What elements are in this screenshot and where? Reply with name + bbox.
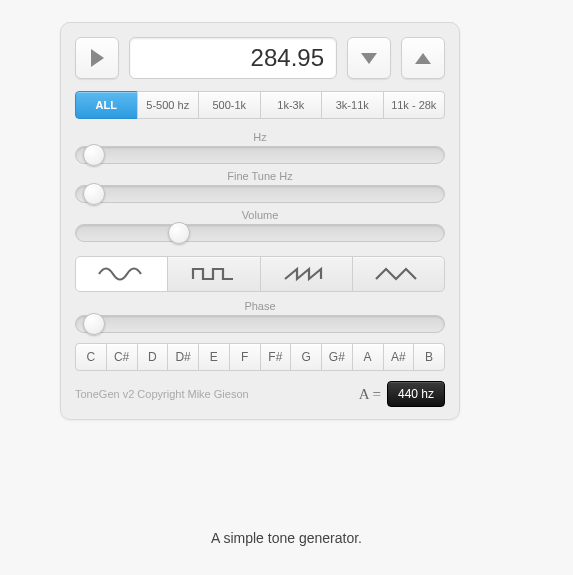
tuning-reference: A = 440 hz xyxy=(359,381,445,407)
note-keys: C C# D D# E F F# G G# A A# B xyxy=(75,343,445,371)
band-label: 500-1k xyxy=(212,99,246,111)
band-500-1k[interactable]: 500-1k xyxy=(198,91,261,119)
band-label: 1k-3k xyxy=(277,99,304,111)
finetune-slider-label: Fine Tune Hz xyxy=(75,170,445,182)
waveform-triangle[interactable] xyxy=(352,256,445,292)
frequency-band-tabs: ALL 5-500 hz 500-1k 1k-3k 3k-11k 11k - 2… xyxy=(75,91,445,119)
note-fs[interactable]: F# xyxy=(260,343,292,371)
hz-slider-label: Hz xyxy=(75,131,445,143)
freq-down-button[interactable] xyxy=(347,37,391,79)
note-label: B xyxy=(425,350,433,364)
triangle-icon xyxy=(373,265,423,283)
note-ds[interactable]: D# xyxy=(167,343,199,371)
band-label: 3k-11k xyxy=(336,99,369,111)
note-label: D xyxy=(148,350,157,364)
a-equals-label: A = xyxy=(359,386,381,403)
waveform-square[interactable] xyxy=(167,256,260,292)
note-label: F xyxy=(241,350,248,364)
volume-slider-thumb[interactable] xyxy=(168,222,190,244)
finetune-slider-thumb[interactable] xyxy=(83,183,105,205)
note-label: C# xyxy=(114,350,129,364)
note-label: G# xyxy=(329,350,345,364)
a-equals-value[interactable]: 440 hz xyxy=(387,381,445,407)
note-as[interactable]: A# xyxy=(383,343,415,371)
band-all[interactable]: ALL xyxy=(75,91,138,119)
band-3k-11k[interactable]: 3k-11k xyxy=(321,91,384,119)
note-label: E xyxy=(210,350,218,364)
hz-slider-thumb[interactable] xyxy=(83,144,105,166)
phase-slider-label: Phase xyxy=(75,300,445,312)
band-label: 11k - 28k xyxy=(391,99,436,111)
note-f[interactable]: F xyxy=(229,343,261,371)
frequency-display[interactable]: 284.95 xyxy=(129,37,337,79)
note-cs[interactable]: C# xyxy=(106,343,138,371)
waveform-sine[interactable] xyxy=(75,256,168,292)
volume-slider-label: Volume xyxy=(75,209,445,221)
play-button[interactable] xyxy=(75,37,119,79)
note-a[interactable]: A xyxy=(352,343,384,371)
phase-slider[interactable] xyxy=(75,315,445,333)
band-5-500[interactable]: 5-500 hz xyxy=(137,91,200,119)
note-c[interactable]: C xyxy=(75,343,107,371)
freq-up-button[interactable] xyxy=(401,37,445,79)
square-icon xyxy=(189,265,239,283)
play-icon xyxy=(91,49,104,67)
copyright-text: ToneGen v2 Copyright Mike Gieson xyxy=(75,388,249,400)
note-g[interactable]: G xyxy=(290,343,322,371)
note-label: C xyxy=(87,350,96,364)
note-d[interactable]: D xyxy=(137,343,169,371)
band-label: ALL xyxy=(96,99,117,111)
frequency-value: 284.95 xyxy=(251,44,324,72)
band-11k-28k[interactable]: 11k - 28k xyxy=(383,91,446,119)
note-label: D# xyxy=(175,350,190,364)
phase-slider-thumb[interactable] xyxy=(83,313,105,335)
waveform-sawtooth[interactable] xyxy=(260,256,353,292)
top-controls-row: 284.95 xyxy=(75,37,445,79)
note-e[interactable]: E xyxy=(198,343,230,371)
note-gs[interactable]: G# xyxy=(321,343,353,371)
tone-generator-panel: 284.95 ALL 5-500 hz 500-1k 1k-3k 3k-11k … xyxy=(60,22,460,420)
note-label: A# xyxy=(391,350,406,364)
panel-footer: ToneGen v2 Copyright Mike Gieson A = 440… xyxy=(75,381,445,407)
volume-slider[interactable] xyxy=(75,224,445,242)
sawtooth-icon xyxy=(281,265,331,283)
chevron-up-icon xyxy=(415,53,431,64)
note-label: A xyxy=(364,350,372,364)
finetune-slider[interactable] xyxy=(75,185,445,203)
waveform-selector xyxy=(75,256,445,292)
sine-icon xyxy=(97,265,147,283)
note-label: G xyxy=(301,350,310,364)
band-1k-3k[interactable]: 1k-3k xyxy=(260,91,323,119)
note-label: F# xyxy=(268,350,282,364)
note-b[interactable]: B xyxy=(413,343,445,371)
band-label: 5-500 hz xyxy=(146,99,189,111)
hz-slider[interactable] xyxy=(75,146,445,164)
chevron-down-icon xyxy=(361,53,377,64)
figure-caption: A simple tone generator. xyxy=(0,530,573,546)
